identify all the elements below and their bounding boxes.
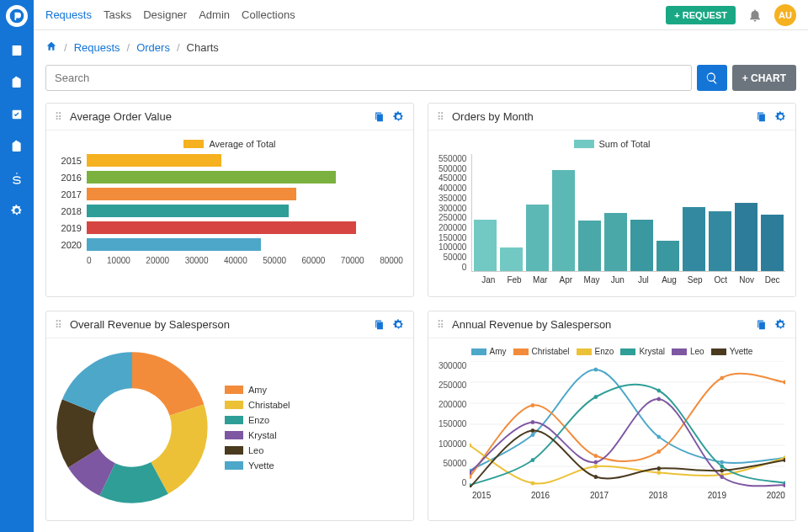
svg-point-46 (531, 428, 535, 433)
nav-admin[interactable]: Admin (199, 8, 230, 21)
chart-legend: AmyChristabelEnzoKrystalLeoYvette (439, 347, 785, 356)
sidebar-check-icon[interactable] (8, 106, 25, 123)
breadcrumb: / Requests / Orders / Charts (45, 40, 796, 55)
main-content: / Requests / Orders / Charts + CHART ⠿ A… (34, 30, 808, 532)
vbar-chart (471, 154, 785, 272)
search-button[interactable] (697, 65, 727, 91)
svg-point-43 (720, 475, 725, 479)
svg-point-34 (531, 458, 535, 462)
svg-point-23 (594, 454, 598, 458)
svg-point-18 (657, 435, 662, 439)
line-chart (470, 361, 785, 487)
search-bar: + CHART (45, 65, 796, 91)
sidebar-board-icon[interactable] (8, 138, 25, 155)
svg-point-28 (531, 481, 535, 486)
nav-requests[interactable]: Requests (45, 8, 92, 21)
request-button[interactable]: + REQUEST (666, 6, 736, 24)
chart-legend: AmyChristabelEnzoKrystalLeoYvette (225, 385, 290, 471)
chart-legend: Average of Total (56, 139, 403, 149)
nav-designer[interactable]: Designer (143, 8, 187, 21)
gear-icon[interactable] (392, 318, 405, 331)
notifications-icon[interactable] (747, 8, 763, 23)
svg-point-24 (657, 450, 662, 454)
drag-handle-icon[interactable]: ⠿ (437, 111, 445, 123)
svg-point-42 (657, 397, 662, 402)
breadcrumb-orders[interactable]: Orders (136, 41, 170, 54)
svg-point-29 (594, 465, 598, 469)
chart-legend: Sum of Total (439, 139, 785, 149)
gear-icon[interactable] (774, 110, 787, 123)
panel-title: Orders by Month (452, 110, 748, 123)
nav-collections[interactable]: Collections (242, 8, 295, 21)
donut-chart (56, 352, 208, 503)
svg-point-40 (531, 420, 535, 424)
add-chart-button[interactable]: + CHART (732, 65, 796, 91)
svg-point-17 (594, 368, 598, 372)
copy-icon[interactable] (373, 318, 385, 331)
gear-icon[interactable] (774, 318, 787, 331)
svg-point-26 (784, 380, 785, 385)
copy-icon[interactable] (755, 110, 768, 123)
panel-orders-month: ⠿ Orders by Month Sum of Total 550000500… (428, 103, 796, 297)
svg-point-41 (594, 460, 598, 465)
logo[interactable] (6, 5, 28, 27)
sidebar-settings-icon[interactable] (8, 202, 25, 219)
search-input[interactable] (45, 65, 692, 91)
panel-overall-rev: ⠿ Overall Revenue by Salesperson AmyChri… (45, 311, 414, 521)
svg-point-16 (531, 433, 535, 437)
copy-icon[interactable] (373, 110, 385, 123)
drag-handle-icon[interactable]: ⠿ (55, 111, 63, 123)
sidebar-contacts-icon[interactable] (8, 42, 25, 59)
panel-avg-order: ⠿ Average Order Value Average of Total 2… (45, 103, 414, 297)
svg-point-37 (720, 465, 725, 469)
panel-title: Annual Revenue by Salesperson (452, 318, 748, 331)
svg-point-48 (657, 466, 662, 471)
svg-point-47 (594, 475, 598, 479)
drag-handle-icon[interactable]: ⠿ (437, 319, 445, 331)
home-icon[interactable] (45, 40, 57, 55)
breadcrumb-current: Charts (187, 41, 219, 54)
svg-point-35 (594, 395, 598, 399)
drag-handle-icon[interactable]: ⠿ (55, 319, 63, 331)
breadcrumb-requests[interactable]: Requests (74, 41, 120, 54)
gear-icon[interactable] (392, 110, 405, 123)
svg-point-30 (657, 471, 662, 475)
svg-point-22 (531, 403, 535, 407)
svg-point-49 (720, 469, 725, 473)
sidebar-money-icon[interactable] (8, 170, 25, 187)
copy-icon[interactable] (755, 318, 768, 331)
sidebar-clipboard-icon[interactable] (8, 74, 25, 91)
panel-title: Overall Revenue by Salesperson (70, 318, 366, 331)
sidebar (0, 0, 34, 532)
svg-point-19 (720, 460, 725, 465)
top-nav: Requests Tasks Designer Admin Collection… (34, 0, 808, 30)
panel-title: Average Order Value (70, 110, 366, 123)
user-avatar[interactable]: AU (774, 4, 796, 26)
svg-point-25 (720, 376, 725, 380)
nav-tasks[interactable]: Tasks (104, 8, 131, 21)
svg-point-36 (657, 389, 662, 393)
hbar-chart: 201520162017201820192020 (56, 154, 403, 251)
panel-annual-rev: ⠿ Annual Revenue by Salesperson AmyChris… (428, 311, 796, 521)
